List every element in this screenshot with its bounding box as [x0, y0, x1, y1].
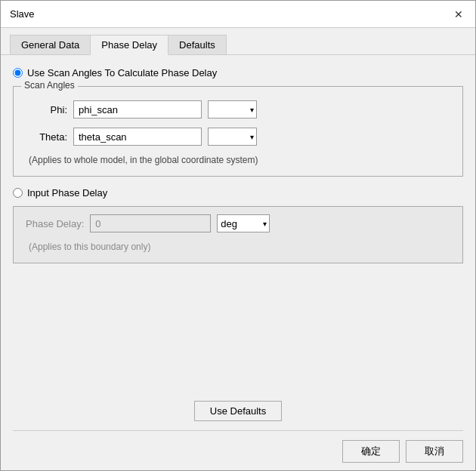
content-area: Use Scan Angles To Calculate Phase Delay…	[1, 55, 475, 393]
theta-dropdown[interactable]	[208, 128, 257, 146]
theta-dropdown-wrapper	[208, 128, 257, 146]
tab-general-data[interactable]: General Data	[10, 35, 91, 55]
use-scan-angles-option[interactable]: Use Scan Angles To Calculate Phase Delay	[13, 67, 463, 78]
scan-angles-legend: Scan Angles	[21, 80, 78, 91]
scan-angles-note: (Applies to whole model, in the global c…	[26, 155, 450, 165]
footer: Use Defaults 确定 取消	[1, 393, 475, 470]
cancel-button[interactable]: 取消	[406, 440, 463, 463]
phi-dropdown-wrapper	[208, 100, 257, 119]
phase-delay-label: Phase Delay:	[26, 218, 84, 229]
theta-label: Theta:	[26, 131, 67, 143]
input-phase-delay-radio[interactable]	[13, 188, 23, 198]
phase-delay-input	[90, 214, 211, 232]
phi-label: Phi:	[26, 104, 67, 115]
use-scan-angles-label[interactable]: Use Scan Angles To Calculate Phase Delay	[27, 67, 217, 78]
tab-phase-delay[interactable]: Phase Delay	[90, 35, 168, 55]
theta-row: Theta:	[26, 128, 450, 146]
phase-delay-row: Phase Delay: deg	[26, 214, 450, 232]
window-title: Slave	[10, 8, 35, 20]
theta-input[interactable]	[73, 128, 202, 146]
slave-dialog: Slave ✕ General Data Phase Delay Default…	[0, 0, 476, 471]
input-phase-delay-group: Phase Delay: deg (Applies to this bounda…	[13, 206, 463, 263]
input-phase-delay-label[interactable]: Input Phase Delay	[27, 187, 107, 199]
use-defaults-row: Use Defaults	[13, 401, 463, 421]
tab-defaults[interactable]: Defaults	[168, 35, 227, 55]
title-bar: Slave ✕	[1, 1, 475, 28]
scan-angles-group: Scan Angles Phi: Theta:	[13, 86, 463, 177]
close-button[interactable]: ✕	[451, 7, 466, 22]
dialog-buttons: 确定 取消	[13, 430, 463, 463]
unit-dropdown-wrapper: deg	[217, 214, 270, 232]
use-defaults-button[interactable]: Use Defaults	[194, 401, 282, 421]
phi-dropdown[interactable]	[208, 100, 257, 119]
use-scan-angles-radio[interactable]	[13, 68, 23, 78]
unit-dropdown[interactable]: deg	[217, 214, 270, 232]
tab-bar: General Data Phase Delay Defaults	[1, 28, 475, 55]
input-phase-delay-option[interactable]: Input Phase Delay	[13, 187, 463, 199]
phi-row: Phi:	[26, 100, 450, 119]
phi-input[interactable]	[73, 100, 202, 119]
input-phase-delay-note: (Applies to this boundary only)	[26, 242, 450, 252]
ok-button[interactable]: 确定	[342, 440, 400, 463]
